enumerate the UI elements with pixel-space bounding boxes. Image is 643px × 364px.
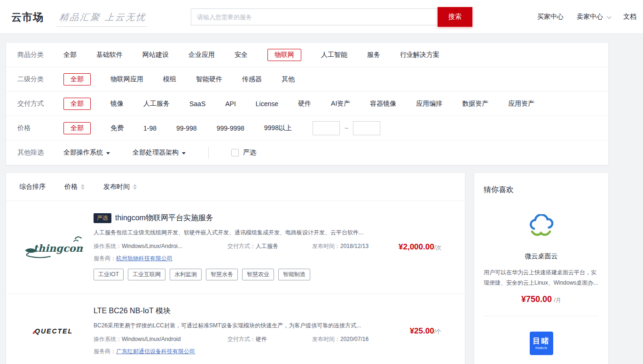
delivery-option-api[interactable]: API — [225, 98, 236, 109]
category-option-security[interactable]: 安全 — [235, 49, 248, 61]
recommend-item-desktop-cloud[interactable]: 微云桌面云 用户可以在华为云上快速搭建桌面云平台，实现便捷、安全的云上Linux… — [484, 212, 599, 304]
vendor-link[interactable]: 广东红邮通信设备科技有限公司 — [116, 348, 195, 355]
category-option-industry-solution[interactable]: 行业解决方案 — [400, 49, 439, 61]
meta-delivery: 交付方式：硬件 — [227, 335, 312, 343]
meta-os: 操作系统：Windows/Linux/Androi... — [94, 242, 227, 250]
nav-docs[interactable]: 文档 — [623, 13, 636, 21]
max-price-input[interactable] — [353, 121, 380, 135]
sort-arrows-icon — [133, 184, 137, 190]
category-option-all[interactable]: 全部 — [63, 49, 77, 61]
meta-time-label: 发布时间： — [312, 336, 340, 342]
product-price: ¥2,000.00/次 — [371, 242, 465, 252]
meta-delivery-value: 硬件 — [256, 336, 267, 342]
product-tags: 工业IOT 工业互联网 水利监测 智慧水务 智慧农业 智能制造 — [94, 269, 371, 280]
product-body: LTE BC26 NB-IoT 模块 BC26采用更易于焊接的LCC封装，可通过… — [85, 306, 371, 356]
site-logo[interactable]: 云市场 — [11, 10, 44, 24]
meta-time-value: 2018/12/13 — [340, 243, 369, 249]
sort-publish-time[interactable]: 发布时间 — [103, 183, 137, 191]
product-logo-quectel[interactable]: QUECTEL — [19, 306, 85, 356]
min-price-input[interactable] — [313, 121, 340, 135]
recommend-description: 用户可以在华为云上快速搭建桌面云平台，实现便捷、安全的云上Linux、Windo… — [484, 267, 599, 288]
product-row-quectel: QUECTEL LTE BC26 NB-IoT 模块 BC26采用更易于焊接的L… — [6, 294, 465, 364]
product-price: ¥25.00/个 — [371, 326, 465, 336]
nav-buyer-center[interactable]: 买家中心 — [537, 13, 564, 21]
category-option-basic-software[interactable]: 基础软件 — [96, 49, 123, 61]
product-title[interactable]: 严选 thingcom物联网平台实施服务 — [94, 213, 371, 223]
product-logo-thingcom[interactable]: thingcom — [19, 213, 85, 280]
filter-row-other: 其他筛选 全部操作系统 全部处理器架构 严选 — [6, 140, 608, 165]
subcategory-option-module[interactable]: 模组 — [163, 73, 176, 85]
vendor-link[interactable]: 杭州轨物科技有限公司 — [116, 255, 173, 262]
quectel-logo-icon: QUECTEL — [31, 327, 73, 335]
price-option-999-9998[interactable]: 999-9998 — [217, 123, 244, 134]
sort-price[interactable]: 价格 — [64, 183, 85, 191]
caret-down-icon — [106, 152, 110, 155]
product-description: BC26采用更易于焊接的LCC封装，可通过标准SMT设备实现模块的快速生产，为客… — [94, 322, 371, 330]
price-unit: /个 — [434, 328, 441, 335]
delivery-option-manual-service[interactable]: 人工服务 — [143, 98, 170, 110]
filter-label-other: 其他筛选 — [17, 148, 63, 157]
sort-default[interactable]: 综合排序 — [19, 183, 46, 191]
category-option-ai[interactable]: 人工智能 — [321, 49, 347, 61]
subcategory-option-iot-app[interactable]: 物联网应用 — [110, 73, 143, 85]
delivery-option-app-orchestration[interactable]: 应用编排 — [416, 98, 442, 110]
category-option-enterprise[interactable]: 企业应用 — [188, 49, 215, 61]
subcategory-option-sensor[interactable]: 传感器 — [242, 73, 262, 85]
delivery-option-saas[interactable]: SaaS — [189, 98, 205, 109]
meta-publish-time: 发布时间：2018/12/13 — [312, 242, 369, 250]
delivery-option-container-image[interactable]: 容器镜像 — [370, 98, 396, 110]
subcategory-option-all-selected[interactable]: 全部 — [63, 73, 91, 85]
product-title[interactable]: LTE BC26 NB-IoT 模块 — [94, 306, 371, 316]
arch-dropdown[interactable]: 全部处理器架构 — [133, 148, 186, 157]
tag-industrial-internet[interactable]: 工业互联网 — [128, 269, 165, 280]
filter-label-subcategory: 二级分类 — [17, 75, 63, 84]
tag-smart-water[interactable]: 智慧水务 — [206, 269, 238, 280]
sort-bar: 综合排序 价格 发布时间 — [6, 173, 465, 201]
subcategory-option-other[interactable]: 其他 — [282, 73, 295, 85]
caret-down-icon — [182, 152, 186, 155]
category-option-service[interactable]: 服务 — [367, 49, 380, 61]
premium-checkbox-label: 严选 — [243, 148, 256, 157]
recommend-item-mudu-live[interactable]: 目睹 mudu.tv 目睹直播 目睹直播是简单易用的企业视频直播平台，适用在线培… — [484, 328, 599, 364]
tag-industrial-iot[interactable]: 工业IOT — [94, 269, 124, 280]
premium-badge: 严选 — [94, 213, 111, 223]
tag-smart-manufacturing[interactable]: 智能制造 — [278, 269, 310, 280]
filter-options-delivery: 全部 镜像 人工服务 SaaS API License 硬件 AI资产 容器镜像… — [63, 98, 534, 110]
sort-price-label: 价格 — [64, 183, 78, 191]
price-option-free[interactable]: 免费 — [110, 122, 124, 134]
product-body: 严选 thingcom物联网平台实施服务 人工服务包括工业级无线组网开发、软硬件… — [85, 213, 371, 280]
delivery-option-ai-asset[interactable]: AI资产 — [331, 98, 350, 110]
price-option-all-selected[interactable]: 全部 — [63, 122, 91, 134]
price-range-separator: ~ — [345, 124, 348, 132]
tag-water-monitoring[interactable]: 水利监测 — [170, 269, 202, 280]
delivery-option-image[interactable]: 镜像 — [110, 98, 124, 110]
delivery-option-all-selected[interactable]: 全部 — [63, 98, 91, 110]
filter-options-other: 全部操作系统 全部处理器架构 严选 — [63, 147, 256, 159]
product-title-text: LTE BC26 NB-IoT 模块 — [94, 306, 171, 316]
category-option-iot-selected[interactable]: 物联网 — [267, 49, 301, 61]
price-option-9998-plus[interactable]: 9998以上 — [264, 122, 292, 134]
nav-seller-center-label: 卖家中心 — [577, 13, 603, 21]
meta-os-value: Windows/Linux/Android — [122, 336, 180, 342]
search-bar: 搜索 — [191, 7, 472, 27]
tag-smart-agriculture[interactable]: 智慧农业 — [242, 269, 274, 280]
delivery-option-hardware[interactable]: 硬件 — [298, 98, 311, 110]
meta-os: 操作系统：Windows/Linux/Android — [94, 335, 227, 343]
delivery-option-data-asset[interactable]: 数据资产 — [462, 98, 488, 110]
sort-arrows-icon — [81, 184, 85, 190]
recommend-name[interactable]: 微云桌面云 — [484, 252, 599, 261]
category-option-website[interactable]: 网站建设 — [142, 49, 169, 61]
delivery-option-license[interactable]: License — [256, 98, 278, 109]
price-amount: ¥25.00 — [410, 326, 434, 335]
price-option-99-998[interactable]: 99-998 — [176, 123, 197, 134]
subcategory-option-smart-hardware[interactable]: 智能硬件 — [196, 73, 222, 85]
filter-label-delivery: 交付方式 — [17, 100, 63, 108]
nav-seller-center[interactable]: 卖家中心 — [577, 13, 610, 21]
delivery-option-app-asset[interactable]: 应用资产 — [508, 98, 534, 110]
premium-checkbox[interactable] — [231, 149, 239, 156]
os-dropdown[interactable]: 全部操作系统 — [63, 148, 110, 157]
product-meta: 操作系统：Windows/Linux/Android 交付方式：硬件 发布时间：… — [94, 335, 371, 343]
price-option-1-98[interactable]: 1-98 — [143, 123, 157, 134]
search-button[interactable]: 搜索 — [438, 7, 472, 27]
search-input[interactable] — [191, 8, 438, 25]
